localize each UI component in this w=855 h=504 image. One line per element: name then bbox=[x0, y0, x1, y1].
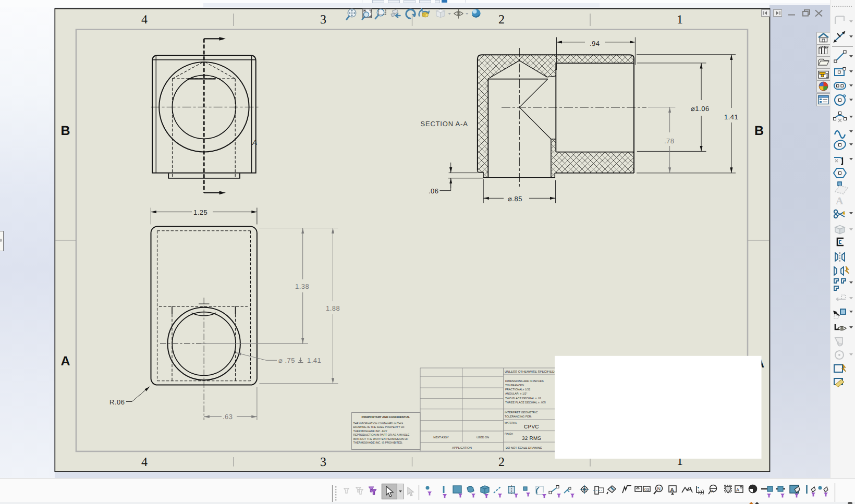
svg-text:1.88: 1.88 bbox=[326, 304, 340, 312]
svg-text:1.25: 1.25 bbox=[193, 208, 207, 216]
svg-text:WITHOUT THE WRITTEN PERMISSION: WITHOUT THE WRITTEN PERMISSION OF bbox=[353, 438, 409, 441]
svg-text:ANGULAR: ± 1/2°: ANGULAR: ± 1/2° bbox=[505, 392, 527, 396]
svg-text:MATERIAL: MATERIAL bbox=[505, 422, 517, 425]
svg-text:A: A bbox=[252, 138, 257, 146]
svg-text:TWO PLACE DECIMAL ± .01: TWO PLACE DECIMAL ± .01 bbox=[505, 397, 541, 400]
svg-text:2: 2 bbox=[498, 456, 505, 469]
svg-text:UNLESS OTHERWISE SPECIFIED:: UNLESS OTHERWISE SPECIFIED: bbox=[505, 370, 555, 374]
svg-text:CPVC: CPVC bbox=[524, 424, 539, 430]
svg-text:TOLERANCING PER:: TOLERANCING PER: bbox=[505, 415, 532, 419]
svg-text:N: N bbox=[657, 486, 661, 491]
svg-text:USED ON: USED ON bbox=[477, 436, 489, 439]
svg-text:APPLICATION: APPLICATION bbox=[452, 446, 472, 450]
svg-text:1.41: 1.41 bbox=[724, 113, 738, 121]
svg-text:B: B bbox=[754, 124, 764, 138]
svg-text:03: 03 bbox=[644, 487, 649, 492]
svg-text:A: A bbox=[836, 195, 844, 207]
svg-text:3: 3 bbox=[320, 456, 326, 469]
svg-text:FINISH: FINISH bbox=[505, 433, 513, 436]
svg-text:DIMENSIONS ARE IN INCHES: DIMENSIONS ARE IN INCHES bbox=[505, 380, 544, 383]
svg-text:B: B bbox=[60, 124, 70, 138]
svg-text:1.41: 1.41 bbox=[307, 357, 321, 364]
svg-text:PROPRIETARY AND CONFIDENTIAL: PROPRIETARY AND CONFIDENTIAL bbox=[362, 416, 411, 419]
svg-text:DO NOT SCALE DRAWING: DO NOT SCALE DRAWING bbox=[506, 447, 542, 450]
svg-text:⌀1.06: ⌀1.06 bbox=[691, 105, 710, 113]
svg-text:THREE PLACE DECIMAL ± .005: THREE PLACE DECIMAL ± .005 bbox=[505, 401, 546, 404]
svg-text:NEXT ASSY: NEXT ASSY bbox=[433, 436, 449, 439]
svg-text:1.38: 1.38 bbox=[295, 282, 309, 290]
svg-text:THERMOSHADE INC. ANY: THERMOSHADE INC. ANY bbox=[353, 430, 388, 433]
svg-text:A: A bbox=[60, 354, 70, 368]
svg-text:A: A bbox=[670, 487, 674, 493]
svg-text:THE INFORMATION CONTAINED IN T: THE INFORMATION CONTAINED IN THIS bbox=[353, 422, 404, 425]
svg-text:R.06: R.06 bbox=[109, 398, 125, 406]
svg-text:.63: .63 bbox=[223, 413, 233, 421]
svg-text:THERMOSHADE INC. IS PROHIBITED: THERMOSHADE INC. IS PROHIBITED. bbox=[353, 441, 403, 445]
svg-text:4: 4 bbox=[141, 456, 148, 469]
svg-text:.78: .78 bbox=[664, 137, 675, 145]
svg-text:SECTION A-A: SECTION A-A bbox=[421, 120, 468, 128]
svg-text:⌀.85: ⌀.85 bbox=[508, 195, 522, 203]
svg-text:32 RMS: 32 RMS bbox=[522, 436, 541, 441]
svg-text:REPRODUCTION IN PART OR AS A W: REPRODUCTION IN PART OR AS A WHOLE bbox=[353, 434, 410, 437]
svg-text:FRACTIONAL± 1/32: FRACTIONAL± 1/32 bbox=[505, 388, 530, 391]
svg-text:.94: .94 bbox=[590, 40, 600, 47]
svg-text:INTERPRET GEOMETRIC: INTERPRET GEOMETRIC bbox=[505, 411, 538, 414]
svg-text:DRAWING IS THE SOLE PROPERTY O: DRAWING IS THE SOLE PROPERTY OF bbox=[353, 426, 405, 429]
svg-text:⌀ .75: ⌀ .75 bbox=[278, 357, 295, 364]
svg-text:TOLERANCES:: TOLERANCES: bbox=[505, 384, 524, 387]
svg-text:A: A bbox=[736, 487, 739, 493]
svg-text:A: A bbox=[712, 490, 714, 494]
svg-text:.06: .06 bbox=[429, 187, 439, 195]
